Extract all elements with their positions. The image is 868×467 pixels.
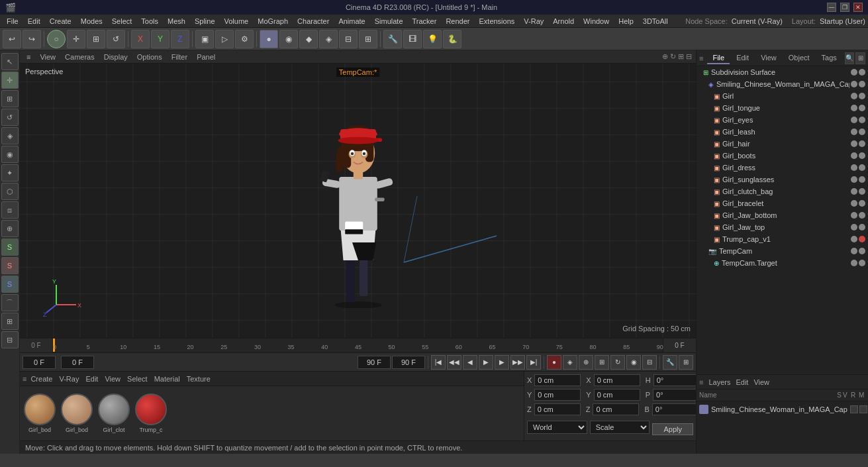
obj-row-girl-leash[interactable]: ▣ Girl_leash bbox=[697, 126, 868, 138]
sidebar-s1[interactable]: S bbox=[1, 238, 19, 256]
coord-p-val[interactable] bbox=[653, 389, 699, 401]
coord-system-dropdown[interactable]: World Object Parent bbox=[527, 421, 587, 434]
timeline-ruler[interactable]: 0 5 10 15 20 25 30 35 40 45 50 55 60 65 … bbox=[53, 338, 663, 353]
view-wire[interactable]: ◉ bbox=[279, 30, 298, 48]
obj-row-smiling-woman[interactable]: ◈ Smiling_Chinese_Woman_in_MAGA_Cap bbox=[697, 78, 868, 90]
python-btn[interactable]: 🐍 bbox=[443, 30, 461, 48]
vp-menu-view[interactable]: View bbox=[37, 53, 58, 61]
coord-z-size[interactable] bbox=[593, 403, 639, 415]
step-back-btn[interactable]: ◀ bbox=[463, 355, 477, 370]
menu-select[interactable]: Select bbox=[108, 16, 136, 26]
menu-mesh[interactable]: Mesh bbox=[164, 16, 189, 26]
timeline-extra[interactable]: 🔧 bbox=[663, 355, 677, 370]
material-item-1[interactable]: Girl_bod bbox=[61, 393, 93, 433]
render-btn[interactable]: 🎞 bbox=[403, 30, 422, 48]
tool-2[interactable]: ▷ bbox=[215, 30, 234, 48]
material-item-2[interactable]: Girl_clot bbox=[98, 393, 130, 433]
menu-tools[interactable]: Tools bbox=[137, 16, 162, 26]
mode-move[interactable]: ✛ bbox=[67, 30, 85, 48]
sidebar-tool1[interactable]: ◈ bbox=[1, 127, 19, 144]
vp-menu-panel[interactable]: Panel bbox=[194, 53, 218, 61]
obj-row-tempcam-target[interactable]: ⊕ TempCam.Target bbox=[697, 257, 868, 269]
view-obj[interactable]: ● bbox=[260, 30, 278, 48]
obj-row-jaw-bottom[interactable]: ▣ Girl_Jaw_bottom bbox=[697, 209, 868, 221]
step-fwd-btn[interactable]: ▶ bbox=[495, 355, 509, 370]
menu-help[interactable]: Help bbox=[614, 16, 638, 26]
loop-btn[interactable]: ↻ bbox=[610, 355, 625, 370]
view-opt1[interactable]: ⊟ bbox=[339, 30, 358, 48]
menu-animate[interactable]: Animate bbox=[334, 16, 369, 26]
redo-button[interactable]: ↪ bbox=[23, 30, 41, 48]
vp-menu-cameras[interactable]: Cameras bbox=[62, 53, 97, 61]
layers-tab-view[interactable]: View bbox=[753, 378, 769, 386]
coord-x-size[interactable] bbox=[594, 374, 640, 386]
coord-y-size[interactable] bbox=[594, 389, 640, 401]
menu-vray[interactable]: V-Ray bbox=[520, 16, 548, 26]
sidebar-rotate[interactable]: ↺ bbox=[1, 109, 19, 126]
axis-z[interactable]: Z bbox=[171, 30, 189, 48]
view-shaded[interactable]: ◈ bbox=[319, 30, 338, 48]
undo-button[interactable]: ↩ bbox=[3, 30, 21, 48]
mat-menu-vray[interactable]: V-Ray bbox=[56, 375, 81, 383]
obj-row-jaw-top[interactable]: ▣ Girl_Jaw_top bbox=[697, 221, 868, 233]
light-btn[interactable]: 💡 bbox=[423, 30, 442, 48]
mode-object[interactable]: ○ bbox=[47, 30, 66, 48]
frame-end-input[interactable] bbox=[392, 356, 425, 369]
menu-modes[interactable]: Modes bbox=[77, 16, 107, 26]
sidebar-tool5[interactable]: ⧈ bbox=[1, 201, 19, 219]
obj-tab-tags[interactable]: Tags bbox=[816, 52, 842, 64]
obj-row-subdivision[interactable]: ⊞ Subdivision Surface bbox=[697, 66, 868, 78]
anim-btn[interactable]: ⊞ bbox=[595, 355, 609, 370]
menu-3dtoall[interactable]: 3DToAll bbox=[639, 16, 672, 26]
coord-transform-dropdown[interactable]: Scale Size bbox=[590, 421, 650, 434]
mat-menu-view[interactable]: View bbox=[102, 375, 123, 383]
mat-menu-create[interactable]: Create bbox=[28, 375, 55, 383]
timeline[interactable]: 0 F 0 5 10 15 20 25 30 35 40 45 50 bbox=[20, 338, 696, 352]
menu-volume[interactable]: Volume bbox=[220, 16, 253, 26]
menu-file[interactable]: File bbox=[3, 16, 23, 26]
layer-row-0[interactable]: Smiling_Chinese_Woman_in_MAGA_Cap bbox=[697, 403, 868, 416]
menu-extensions[interactable]: Extensions bbox=[475, 16, 518, 26]
record-btn[interactable]: ● bbox=[547, 355, 561, 370]
coord-y-pos[interactable] bbox=[534, 389, 581, 401]
menu-window[interactable]: Window bbox=[579, 16, 613, 26]
layers-tab-edit[interactable]: Edit bbox=[736, 378, 748, 386]
prev-key-btn[interactable]: ◀◀ bbox=[447, 355, 461, 370]
coord-z-pos[interactable] bbox=[534, 403, 581, 415]
close-button[interactable]: ✕ bbox=[853, 3, 863, 12]
coord-b-val[interactable] bbox=[652, 403, 699, 415]
mat-menu-edit[interactable]: Edit bbox=[83, 375, 101, 383]
obj-filter-btn[interactable]: ⊞ bbox=[855, 52, 865, 64]
tool-1[interactable]: ▣ bbox=[195, 30, 214, 48]
menu-arnold[interactable]: Arnold bbox=[549, 16, 578, 26]
goto-start-btn[interactable]: |◀ bbox=[431, 355, 446, 370]
menu-create[interactable]: Create bbox=[46, 16, 75, 26]
sidebar-grid1[interactable]: ⊞ bbox=[1, 313, 19, 330]
timeline-extra2[interactable]: ⊞ bbox=[679, 355, 693, 370]
obj-tab-object[interactable]: Object bbox=[783, 52, 815, 64]
sidebar-tool3[interactable]: ✦ bbox=[1, 164, 19, 182]
obj-search-btn[interactable]: 🔍 bbox=[845, 52, 855, 64]
obj-tab-file[interactable]: File bbox=[707, 52, 730, 64]
sidebar-tool4[interactable]: ⬡ bbox=[1, 183, 19, 200]
sidebar-tool2[interactable]: ◉ bbox=[1, 146, 19, 163]
vp-menu-filter[interactable]: Filter bbox=[169, 53, 190, 61]
motion-btn[interactable]: ⊕ bbox=[579, 355, 593, 370]
maximize-button[interactable]: ❐ bbox=[840, 3, 849, 12]
obj-row-girl-tongue[interactable]: ▣ Girl_tongue bbox=[697, 102, 868, 114]
layer-icon-vis[interactable] bbox=[859, 405, 867, 413]
menu-spline[interactable]: Spline bbox=[191, 16, 219, 26]
vp-menu-display[interactable]: Display bbox=[101, 53, 130, 61]
tool-3[interactable]: ⚙ bbox=[235, 30, 254, 48]
obj-row-trump-cap[interactable]: ▣ Trump_cap_v1 bbox=[697, 233, 868, 245]
sidebar-bend[interactable]: ⌒ bbox=[1, 294, 19, 311]
minimize-button[interactable]: — bbox=[827, 3, 836, 12]
sidebar-s2[interactable]: S bbox=[1, 257, 19, 274]
obj-row-girl-hair[interactable]: ▣ Girl_hair bbox=[697, 138, 868, 150]
keyframe-btn[interactable]: ◈ bbox=[563, 355, 577, 370]
frame-display-input[interactable] bbox=[61, 356, 94, 369]
view-opt2[interactable]: ⊞ bbox=[359, 30, 377, 48]
frame-current-input[interactable] bbox=[23, 356, 56, 369]
menu-render[interactable]: Render bbox=[442, 16, 473, 26]
sidebar-s3[interactable]: S bbox=[1, 276, 19, 293]
